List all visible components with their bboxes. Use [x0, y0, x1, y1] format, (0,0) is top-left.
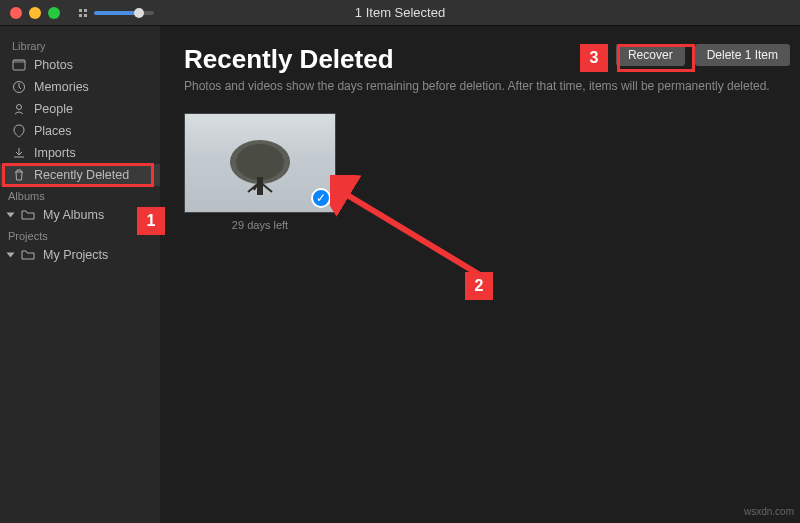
- disclosure-triangle-icon[interactable]: [7, 253, 15, 258]
- sidebar-item-recently-deleted[interactable]: Recently Deleted: [0, 164, 160, 186]
- sidebar-item-label: Photos: [34, 58, 73, 72]
- sidebar-section-projects: Projects: [0, 226, 160, 244]
- recover-button[interactable]: Recover: [616, 44, 685, 66]
- sidebar-item-label: My Albums: [43, 208, 104, 222]
- window-controls: [10, 7, 60, 19]
- svg-point-9: [236, 144, 284, 180]
- sidebar-item-my-albums[interactable]: My Albums: [0, 204, 160, 226]
- sidebar-item-label: Places: [34, 124, 72, 138]
- sidebar-item-places[interactable]: Places: [0, 120, 160, 142]
- folder-icon: [21, 208, 35, 222]
- delete-button[interactable]: Delete 1 Item: [695, 44, 790, 66]
- sidebar-item-label: Imports: [34, 146, 76, 160]
- sidebar-item-memories[interactable]: Memories: [0, 76, 160, 98]
- sidebar-item-label: Recently Deleted: [34, 168, 129, 182]
- trash-icon: [12, 168, 26, 182]
- sidebar-item-people[interactable]: People: [0, 98, 160, 120]
- zoom-out-icon[interactable]: [78, 8, 88, 18]
- sidebar: Library Photos Memories People Places Im…: [0, 26, 160, 523]
- svg-rect-0: [79, 9, 82, 12]
- thumbnail-caption: 29 days left: [184, 219, 336, 231]
- close-icon[interactable]: [10, 7, 22, 19]
- window-titlebar: 1 Item Selected: [0, 0, 800, 26]
- sidebar-item-label: People: [34, 102, 73, 116]
- disclosure-triangle-icon[interactable]: [7, 213, 15, 218]
- sidebar-item-my-projects[interactable]: My Projects: [0, 244, 160, 266]
- toolbar: Recover Delete 1 Item: [616, 44, 790, 66]
- sidebar-item-imports[interactable]: Imports: [0, 142, 160, 164]
- content-area: Recently Deleted Photos and videos show …: [160, 26, 800, 523]
- svg-point-7: [17, 105, 22, 110]
- sidebar-item-label: My Projects: [43, 248, 108, 262]
- svg-rect-5: [13, 60, 25, 63]
- watermark: wsxdn.com: [744, 506, 794, 517]
- window-title: 1 Item Selected: [355, 5, 445, 20]
- photos-icon: [12, 58, 26, 72]
- people-icon: [12, 102, 26, 116]
- zoom-slider-thumb[interactable]: [134, 8, 144, 18]
- photo-thumbnail[interactable]: ✓ 29 days left: [184, 113, 336, 231]
- svg-rect-3: [84, 14, 87, 17]
- maximize-icon[interactable]: [48, 7, 60, 19]
- memories-icon: [12, 80, 26, 94]
- folder-icon: [21, 248, 35, 262]
- thumbnail-image[interactable]: ✓: [184, 113, 336, 213]
- page-subtitle: Photos and videos show the days remainin…: [184, 79, 776, 93]
- imports-icon: [12, 146, 26, 160]
- places-icon: [12, 124, 26, 138]
- zoom-slider-group: [78, 8, 154, 18]
- sidebar-section-albums: Albums: [0, 186, 160, 204]
- svg-rect-10: [257, 177, 263, 195]
- zoom-slider[interactable]: [94, 11, 154, 15]
- svg-rect-1: [84, 9, 87, 12]
- minimize-icon[interactable]: [29, 7, 41, 19]
- thumbnail-art: [220, 132, 300, 202]
- sidebar-item-label: Memories: [34, 80, 89, 94]
- sidebar-section-library: Library: [0, 34, 160, 54]
- sidebar-item-photos[interactable]: Photos: [0, 54, 160, 76]
- svg-rect-2: [79, 14, 82, 17]
- selection-check-icon: ✓: [311, 188, 331, 208]
